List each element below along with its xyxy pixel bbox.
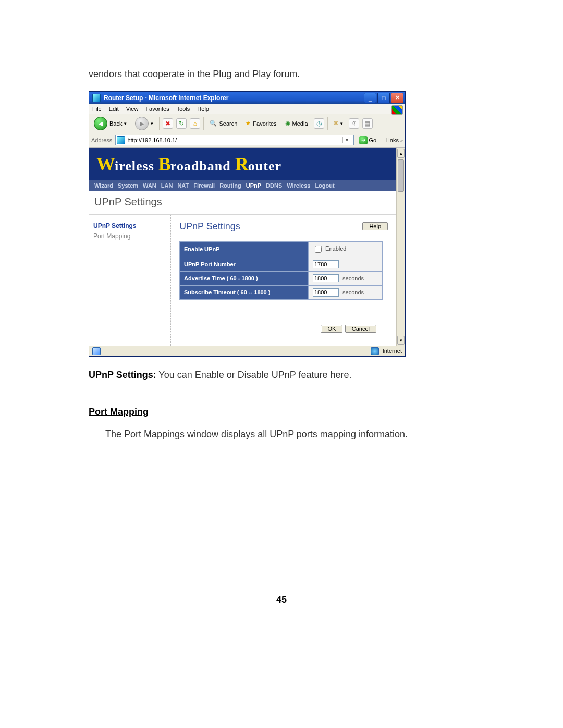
favorites-label: Favorites xyxy=(253,120,276,127)
port-number-input[interactable] xyxy=(313,260,339,268)
tab-upnp[interactable]: UPnP xyxy=(246,182,261,189)
row-enable-label: Enable UPnP xyxy=(180,241,309,257)
upnp-caption: UPnP Settings: You can Enable or Disable… xyxy=(89,367,474,382)
menu-favorites[interactable]: Favorites xyxy=(145,106,169,112)
toolbar-separator-3 xyxy=(327,117,328,130)
ie-window: Router Setup - Microsoft Internet Explor… xyxy=(89,91,406,357)
tab-nat[interactable]: NAT xyxy=(177,182,189,189)
sidebar-item-upnp-settings[interactable]: UPnP Settings xyxy=(93,222,166,229)
settings-panel: UPnP Settings Help Enable UPnP Enabled xyxy=(171,215,396,346)
brand-bar: W ireless B roadband R outer xyxy=(89,148,396,180)
cancel-button[interactable]: Cancel xyxy=(345,325,376,333)
refresh-icon[interactable]: ↻ xyxy=(176,118,187,129)
sidebar-item-port-mapping[interactable]: Port Mapping xyxy=(93,232,166,240)
enable-upnp-checkbox[interactable] xyxy=(315,246,322,253)
media-icon: ◉ xyxy=(285,120,290,127)
forward-dropdown-icon[interactable]: ▾ xyxy=(151,121,153,126)
links-label[interactable]: Links » xyxy=(382,137,403,143)
menu-view[interactable]: View xyxy=(126,106,139,112)
addressbar: Address http://192.168.10.1/ ▾ ➔ Go Link… xyxy=(89,133,405,147)
tab-ddns[interactable]: DDNS xyxy=(266,182,282,189)
address-dropdown-icon[interactable]: ▾ xyxy=(342,137,351,143)
tab-routing[interactable]: Routing xyxy=(219,182,241,189)
url-text: http://192.168.10.1/ xyxy=(127,137,342,143)
media-label: Media xyxy=(292,120,308,127)
toolbar: ◄ Back ▾ ► ▾ ✖ ↻ ⌂ 🔍 Search ★ Favorites xyxy=(89,114,405,133)
row-advertise-label: Advertise Time ( 60 - 1800 ) xyxy=(180,271,309,285)
tab-firewall[interactable]: Firewall xyxy=(193,182,215,189)
brand-b-rest: roadband xyxy=(170,158,231,174)
menu-help[interactable]: Help xyxy=(197,106,209,112)
back-label: Back xyxy=(109,120,122,127)
section-heading: Port Mapping xyxy=(89,406,474,417)
go-button[interactable]: ➔ Go xyxy=(357,136,379,144)
router-tabs: Wizard System WAN LAN NAT Firewall Routi… xyxy=(89,180,396,191)
upnp-caption-rest: You can Enable or Disable UPnP feature h… xyxy=(156,369,352,380)
settings-table: Enable UPnP Enabled UPnP Port Number xyxy=(179,241,383,300)
subscribe-timeout-input[interactable] xyxy=(313,288,339,297)
toolbar-separator xyxy=(159,117,160,130)
menu-tools[interactable]: Tools xyxy=(177,106,190,112)
mail-dropdown-icon[interactable]: ▾ xyxy=(340,121,343,126)
brand-r: R xyxy=(235,153,249,175)
favicon-icon xyxy=(117,136,125,144)
subscribe-unit: seconds xyxy=(342,289,364,295)
windows-flag-icon xyxy=(391,105,403,115)
row-subscribe-label: Subscribe Timeout ( 60 -- 1800 ) xyxy=(180,285,309,299)
titlebar: Router Setup - Microsoft Internet Explor… xyxy=(89,92,405,104)
close-button[interactable]: ✕ xyxy=(391,93,403,103)
row-port-label: UPnP Port Number xyxy=(180,257,309,271)
maximize-button[interactable]: □ xyxy=(377,93,390,103)
advertise-unit: seconds xyxy=(342,275,364,281)
page-number: 45 xyxy=(0,595,563,606)
brand-r-rest: outer xyxy=(248,158,282,174)
mail-button[interactable]: ✉ ▾ xyxy=(331,119,346,128)
page-title: UPnP Settings xyxy=(89,191,396,215)
menu-edit[interactable]: Edit xyxy=(109,106,119,112)
back-dropdown-icon[interactable]: ▾ xyxy=(124,121,127,126)
history-icon[interactable]: ◷ xyxy=(314,118,324,129)
address-input[interactable]: http://192.168.10.1/ ▾ xyxy=(115,135,353,145)
tab-wan[interactable]: WAN xyxy=(143,182,156,189)
favorites-button[interactable]: ★ Favorites xyxy=(243,119,279,128)
status-left-icon xyxy=(92,347,101,355)
media-button[interactable]: ◉ Media xyxy=(283,119,311,128)
internet-zone-icon xyxy=(371,347,379,355)
tab-system[interactable]: System xyxy=(118,182,138,189)
search-icon: 🔍 xyxy=(210,120,217,127)
go-arrow-icon: ➔ xyxy=(359,136,368,144)
help-button[interactable]: Help xyxy=(362,222,388,230)
search-button[interactable]: 🔍 Search xyxy=(207,119,240,128)
minimize-button[interactable]: ‗ xyxy=(364,93,376,103)
menubar: File Edit View Favorites Tools Help xyxy=(89,104,405,114)
go-label: Go xyxy=(369,137,377,143)
tab-logout[interactable]: Logout xyxy=(315,182,334,189)
back-button[interactable]: ◄ Back ▾ xyxy=(91,116,129,131)
toolbar-separator-2 xyxy=(203,117,204,130)
brand-w-rest: ireless xyxy=(115,158,154,174)
tab-wireless[interactable]: Wireless xyxy=(287,182,310,189)
forward-button[interactable]: ► ▾ xyxy=(132,116,156,131)
tab-wizard[interactable]: Wizard xyxy=(94,182,113,189)
edit-icon[interactable]: ▤ xyxy=(362,118,373,129)
mail-icon: ✉ xyxy=(334,120,338,127)
brand-w: W xyxy=(96,153,115,175)
vertical-scrollbar[interactable]: ▴ ▾ xyxy=(396,148,405,346)
row-enable-value: Enabled xyxy=(309,241,383,257)
scroll-up-icon[interactable]: ▴ xyxy=(397,149,405,158)
back-arrow-icon: ◄ xyxy=(94,117,107,130)
upnp-caption-bold: UPnP Settings: xyxy=(89,369,156,380)
panel-title: UPnP Settings xyxy=(179,221,240,232)
address-label: Address xyxy=(91,137,112,143)
ok-button[interactable]: OK xyxy=(321,325,342,333)
doc-intro-fragment: vendors that cooperate in the Plug and P… xyxy=(89,67,474,82)
scroll-thumb[interactable] xyxy=(398,159,404,192)
print-icon[interactable]: 🖨 xyxy=(349,118,359,129)
section-body: The Port Mappings window displays all UP… xyxy=(89,427,474,442)
advertise-time-input[interactable] xyxy=(313,274,339,282)
home-icon[interactable]: ⌂ xyxy=(190,118,200,129)
stop-icon[interactable]: ✖ xyxy=(163,118,173,129)
menu-file[interactable]: File xyxy=(92,106,102,112)
tab-lan[interactable]: LAN xyxy=(161,182,173,189)
scroll-down-icon[interactable]: ▾ xyxy=(397,336,405,345)
